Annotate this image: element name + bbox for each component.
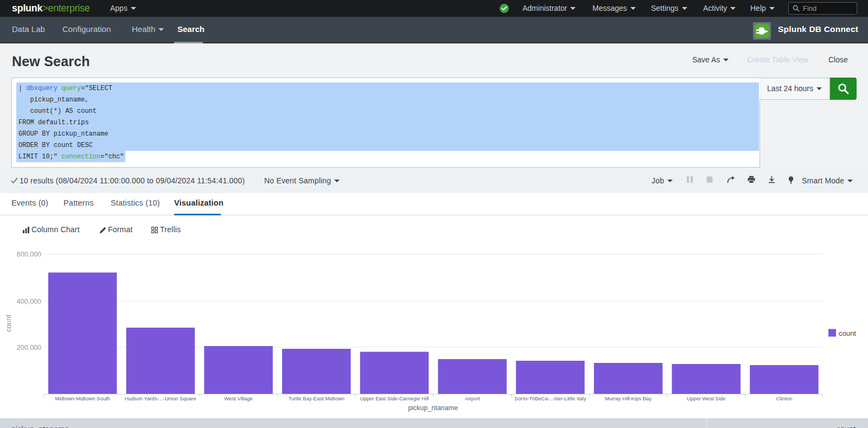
svg-text:Clinton: Clinton xyxy=(776,395,793,401)
svg-text:Murray Hill-Kips Bay: Murray Hill-Kips Bay xyxy=(605,395,652,401)
svg-text:Midtown-Midtown South: Midtown-Midtown South xyxy=(55,395,110,401)
svg-text:count: count xyxy=(839,329,856,337)
svg-text:Upper East Side-Carnegie Hill: Upper East Side-Carnegie Hill xyxy=(360,395,429,401)
svg-text:Airport: Airport xyxy=(465,395,480,401)
svg-text:200,000: 200,000 xyxy=(17,344,41,352)
svg-text:pickup_ntaname: pickup_ntaname xyxy=(408,404,458,412)
svg-text:600,000: 600,000 xyxy=(17,251,41,258)
svg-text:count: count xyxy=(4,315,12,332)
svg-text:400,000: 400,000 xyxy=(17,298,41,305)
svg-text:Hudson Yards-...-Union Square: Hudson Yards-...-Union Square xyxy=(125,395,196,401)
svg-text:Upper West Side: Upper West Side xyxy=(687,395,726,401)
svg-text:West Village: West Village xyxy=(224,395,252,401)
svg-text:Turtle Bay-East Midtown: Turtle Bay-East Midtown xyxy=(289,395,344,401)
svg-text:SoHo-TriBeCa-...nter-Little It: SoHo-TriBeCa-...nter-Little Italy xyxy=(514,395,586,401)
